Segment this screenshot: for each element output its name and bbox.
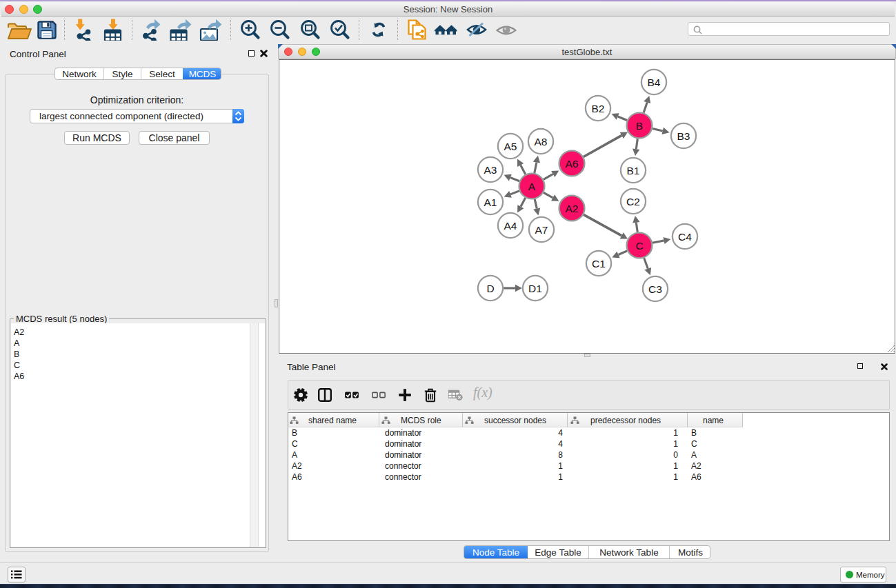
svg-text:A3: A3 [484,164,497,176]
svg-text:C4: C4 [678,231,692,243]
svg-text:C: C [635,240,643,252]
svg-text:A5: A5 [504,141,517,152]
svg-text:D1: D1 [528,283,542,294]
svg-text:D: D [486,283,494,294]
svg-text:B2: B2 [592,103,605,114]
svg-text:A1: A1 [484,196,497,208]
svg-text:C2: C2 [626,196,640,207]
svg-text:A4: A4 [504,220,517,232]
svg-text:C3: C3 [648,283,662,295]
svg-text:B3: B3 [677,130,690,142]
svg-text:B: B [636,120,643,132]
svg-text:A8: A8 [535,136,548,148]
svg-text:A: A [528,181,536,192]
svg-text:A2: A2 [566,203,579,214]
svg-text:B4: B4 [648,77,661,88]
svg-text:C1: C1 [592,258,606,270]
svg-text:B1: B1 [627,165,640,176]
svg-text:A7: A7 [535,224,548,236]
svg-text:A6: A6 [566,158,579,170]
